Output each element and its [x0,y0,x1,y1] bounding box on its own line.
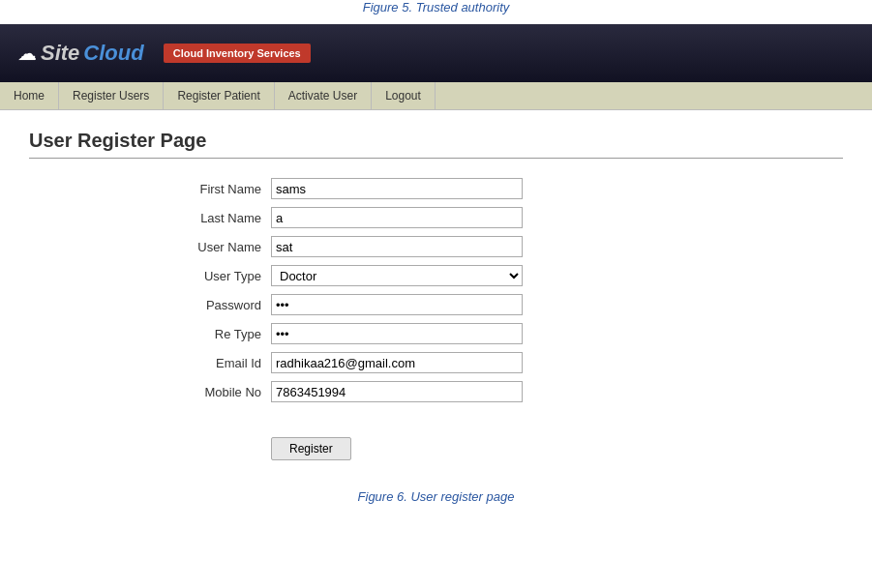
input-email[interactable] [271,352,523,373]
field-row-usertype: User Type Doctor Patient Admin [155,265,523,286]
label-usertype: User Type [155,269,271,283]
figure-bottom-caption: Figure 6. User register page [29,489,843,504]
figure-top-caption: Figure 5. Trusted authority [0,0,872,15]
label-email: Email Id [155,356,271,370]
page-wrapper: Figure 5. Trusted authority ☁ Site Cloud… [0,0,872,588]
field-row-username: User Name [155,236,523,257]
label-lastname: Last Name [155,211,271,225]
input-mobile[interactable] [271,381,523,402]
register-button[interactable]: Register [271,437,351,460]
registration-form: First Name Last Name User Name User Type… [155,178,843,460]
header: ☁ Site Cloud Cloud Inventory Services [0,24,872,82]
nav-item-home[interactable]: Home [0,82,59,109]
label-retype: Re Type [155,327,271,341]
logo-site: Site [41,41,79,66]
label-firstname: First Name [155,182,271,196]
page-content: User Register Page First Name Last Name … [0,110,872,523]
input-lastname[interactable] [271,207,523,228]
input-username[interactable] [271,236,523,257]
field-row-lastname: Last Name [155,207,523,228]
nav-item-activate-user[interactable]: Activate User [275,82,372,109]
input-firstname[interactable] [271,178,523,199]
cloud-icon: ☁ [17,42,37,65]
logo-cloud: Cloud [83,41,143,66]
nav-item-logout[interactable]: Logout [372,82,436,109]
nav-bar: Home Register Users Register Patient Act… [0,82,872,110]
service-label: Cloud Inventory Services [164,44,311,63]
label-mobile: Mobile No [155,385,271,399]
field-row-firstname: First Name [155,178,523,199]
select-usertype[interactable]: Doctor Patient Admin [271,265,523,286]
page-title: User Register Page [29,130,843,152]
nav-item-register-users[interactable]: Register Users [59,82,164,109]
logo-area: ☁ Site Cloud [15,41,144,66]
label-password: Password [155,298,271,312]
title-divider [29,158,843,159]
label-username: User Name [155,240,271,254]
field-row-retype: Re Type [155,323,523,344]
field-row-mobile: Mobile No [155,381,523,402]
field-row-email: Email Id [155,352,523,373]
button-area: Register [271,422,351,460]
nav-item-register-patient[interactable]: Register Patient [164,82,274,109]
input-retype[interactable] [271,323,523,344]
input-password[interactable] [271,294,523,315]
field-row-password: Password [155,294,523,315]
